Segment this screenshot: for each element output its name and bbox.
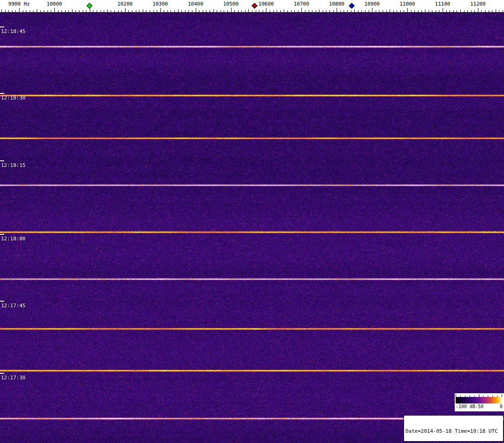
freq-tick [351, 10, 351, 12]
freq-tick [301, 8, 302, 12]
freq-tick [118, 10, 119, 12]
freq-label: 11200 [459, 1, 497, 7]
freq-tick [503, 10, 503, 12]
freq-tick [51, 10, 51, 12]
freq-tick [453, 10, 454, 12]
freq-tick [404, 10, 404, 12]
freq-tick [287, 10, 288, 12]
info-date-time: Date=2014-05-18 Time=10:18 UTC [405, 428, 502, 434]
freq-tick [294, 10, 295, 12]
freq-tick [37, 9, 37, 12]
freq-tick [15, 10, 16, 12]
freq-tick [464, 10, 464, 12]
frequency-ruler[interactable]: 9900 Hz100001020010300104001050010600107… [0, 0, 504, 13]
freq-tick [400, 10, 401, 12]
freq-tick [114, 10, 115, 12]
freq-tick [414, 10, 415, 12]
freq-tick [44, 10, 44, 12]
freq-tick [316, 10, 316, 12]
colorbar-gradient [456, 397, 502, 403]
info-box: Date=2014-05-18 Time=10:18 UTC Freq=143 … [404, 415, 504, 442]
freq-tick [411, 10, 411, 12]
freq-tick [86, 10, 86, 12]
freq-tick [125, 8, 126, 12]
freq-tick [248, 9, 249, 12]
freq-tick [19, 8, 20, 12]
freq-tick [277, 10, 277, 12]
freq-tick [421, 10, 422, 12]
freq-tick [196, 8, 196, 12]
freq-tick [481, 10, 482, 12]
freq-tick [157, 10, 157, 12]
freq-label: 10500 [212, 1, 250, 7]
freq-tick [333, 10, 334, 12]
freq-tick [284, 9, 284, 12]
freq-tick [72, 9, 73, 12]
freq-label: 11000 [389, 1, 426, 7]
freq-tick [407, 8, 408, 12]
freq-tick [270, 10, 270, 12]
freq-tick [164, 10, 164, 12]
freq-tick [5, 10, 6, 12]
freq-tick [30, 10, 30, 12]
freq-tick [241, 10, 242, 12]
freq-tick [231, 8, 232, 12]
freq-tick [489, 10, 489, 12]
freq-tick [97, 10, 97, 12]
colorbar-label-max: 0 [500, 404, 503, 409]
freq-tick [263, 10, 263, 12]
freq-tick [245, 10, 245, 12]
freq-tick [146, 10, 146, 12]
freq-tick [485, 10, 485, 12]
freq-tick [365, 10, 365, 12]
freq-marker-green[interactable] [86, 3, 93, 9]
freq-tick [178, 9, 179, 12]
freq-tick [224, 10, 224, 12]
freq-tick [319, 9, 319, 12]
freq-tick [492, 10, 492, 12]
freq-tick [432, 10, 432, 12]
freq-tick [298, 10, 298, 12]
freq-tick [259, 10, 259, 12]
freq-tick [47, 10, 48, 12]
freq-tick [26, 10, 27, 12]
freq-tick [234, 10, 235, 12]
freq-tick [79, 10, 80, 12]
freq-tick [280, 10, 281, 12]
freq-tick [376, 10, 376, 12]
freq-tick [474, 10, 475, 12]
freq-tick [181, 10, 182, 12]
freq-tick [478, 8, 478, 12]
freq-tick [383, 10, 383, 12]
freq-tick [40, 10, 41, 12]
freq-tick [139, 10, 139, 12]
spectrogram-canvas[interactable] [0, 13, 504, 443]
freq-tick [100, 10, 101, 12]
freq-tick [61, 10, 62, 12]
freq-tick [132, 10, 133, 12]
freq-label: 10000 [36, 1, 73, 7]
freq-tick [446, 10, 447, 12]
freq-tick [312, 10, 312, 12]
colorbar-panel: -100 dB -50 0 [455, 393, 504, 411]
freq-tick [305, 10, 305, 12]
freq-tick [397, 10, 397, 12]
freq-tick [323, 10, 323, 12]
freq-tick [167, 10, 168, 12]
freq-tick [266, 8, 266, 12]
freq-label: 10200 [106, 1, 144, 7]
freq-tick [121, 10, 122, 12]
waterfall-display: 9900 Hz100001020010300104001050010600107… [0, 0, 504, 443]
freq-tick [309, 10, 309, 12]
freq-tick [143, 9, 143, 12]
freq-tick [188, 10, 189, 12]
freq-tick [358, 10, 358, 12]
freq-tick [128, 10, 129, 12]
freq-tick [347, 10, 348, 12]
freq-tick [199, 10, 199, 12]
freq-tick [337, 8, 337, 12]
freq-label: 11100 [424, 1, 461, 7]
freq-tick [171, 10, 171, 12]
freq-tick [467, 10, 468, 12]
freq-tick [220, 10, 221, 12]
